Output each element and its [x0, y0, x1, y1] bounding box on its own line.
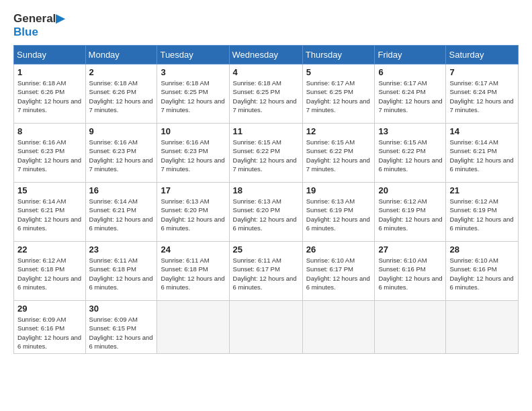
calendar-table: SundayMondayTuesdayWednesdayThursdayFrid…	[13, 45, 519, 354]
day-info: Sunrise: 6:10 AM Sunset: 6:16 PM Dayligh…	[449, 256, 515, 291]
day-number: 20	[378, 185, 442, 195]
logo-text: General▶ Blue	[13, 12, 64, 38]
day-number: 28	[449, 244, 515, 255]
calendar-cell	[446, 301, 519, 354]
day-number: 15	[17, 185, 82, 195]
day-number: 26	[306, 244, 371, 255]
calendar-cell: 27 Sunrise: 6:10 AM Sunset: 6:16 PM Dayl…	[375, 242, 446, 301]
col-header-saturday: Saturday	[446, 46, 519, 64]
calendar-cell: 10 Sunrise: 6:16 AM Sunset: 6:23 PM Dayl…	[157, 124, 229, 183]
day-info: Sunrise: 6:11 AM Sunset: 6:17 PM Dayligh…	[233, 256, 299, 291]
day-number: 13	[378, 126, 442, 136]
col-header-friday: Friday	[375, 46, 446, 64]
calendar-cell: 6 Sunrise: 6:17 AM Sunset: 6:24 PM Dayli…	[375, 64, 446, 124]
calendar-cell: 12 Sunrise: 6:15 AM Sunset: 6:22 PM Dayl…	[302, 124, 375, 183]
day-number: 12	[306, 126, 371, 136]
day-info: Sunrise: 6:15 AM Sunset: 6:22 PM Dayligh…	[306, 138, 371, 173]
day-info: Sunrise: 6:11 AM Sunset: 6:18 PM Dayligh…	[89, 256, 154, 291]
calendar-cell	[375, 301, 446, 354]
day-info: Sunrise: 6:10 AM Sunset: 6:16 PM Dayligh…	[378, 256, 442, 291]
logo: General▶ Blue	[13, 12, 64, 38]
calendar-cell: 14 Sunrise: 6:14 AM Sunset: 6:21 PM Dayl…	[446, 124, 519, 183]
week-row-3: 15 Sunrise: 6:14 AM Sunset: 6:21 PM Dayl…	[14, 183, 519, 242]
calendar-cell: 16 Sunrise: 6:14 AM Sunset: 6:21 PM Dayl…	[85, 183, 157, 242]
page: General▶ Blue SundayMondayTuesdayWednesd…	[0, 0, 532, 411]
day-info: Sunrise: 6:13 AM Sunset: 6:20 PM Dayligh…	[233, 197, 299, 232]
day-info: Sunrise: 6:16 AM Sunset: 6:23 PM Dayligh…	[89, 138, 154, 173]
header: General▶ Blue	[13, 12, 519, 38]
calendar-cell: 8 Sunrise: 6:16 AM Sunset: 6:23 PM Dayli…	[14, 124, 86, 183]
day-info: Sunrise: 6:17 AM Sunset: 6:24 PM Dayligh…	[378, 79, 442, 114]
calendar-cell: 4 Sunrise: 6:18 AM Sunset: 6:25 PM Dayli…	[229, 64, 302, 124]
col-header-wednesday: Wednesday	[229, 46, 302, 64]
day-info: Sunrise: 6:09 AM Sunset: 6:15 PM Dayligh…	[89, 315, 154, 351]
calendar-cell: 24 Sunrise: 6:11 AM Sunset: 6:18 PM Dayl…	[157, 242, 229, 301]
day-info: Sunrise: 6:09 AM Sunset: 6:16 PM Dayligh…	[17, 315, 82, 351]
calendar-header-row: SundayMondayTuesdayWednesdayThursdayFrid…	[14, 46, 519, 64]
week-row-2: 8 Sunrise: 6:16 AM Sunset: 6:23 PM Dayli…	[14, 124, 519, 183]
calendar-cell: 9 Sunrise: 6:16 AM Sunset: 6:23 PM Dayli…	[85, 124, 157, 183]
calendar-cell: 19 Sunrise: 6:13 AM Sunset: 6:19 PM Dayl…	[302, 183, 375, 242]
day-info: Sunrise: 6:10 AM Sunset: 6:17 PM Dayligh…	[306, 256, 371, 291]
col-header-tuesday: Tuesday	[157, 46, 229, 64]
day-info: Sunrise: 6:16 AM Sunset: 6:23 PM Dayligh…	[17, 138, 82, 173]
day-info: Sunrise: 6:12 AM Sunset: 6:19 PM Dayligh…	[449, 197, 515, 232]
day-info: Sunrise: 6:17 AM Sunset: 6:24 PM Dayligh…	[449, 79, 515, 114]
day-info: Sunrise: 6:18 AM Sunset: 6:25 PM Dayligh…	[161, 79, 225, 114]
day-number: 17	[161, 185, 225, 195]
day-info: Sunrise: 6:11 AM Sunset: 6:18 PM Dayligh…	[161, 256, 225, 291]
day-number: 22	[17, 244, 82, 255]
calendar-cell: 26 Sunrise: 6:10 AM Sunset: 6:17 PM Dayl…	[302, 242, 375, 301]
day-info: Sunrise: 6:16 AM Sunset: 6:23 PM Dayligh…	[161, 138, 225, 173]
col-header-thursday: Thursday	[302, 46, 375, 64]
day-number: 4	[233, 67, 299, 77]
calendar-cell: 15 Sunrise: 6:14 AM Sunset: 6:21 PM Dayl…	[14, 183, 86, 242]
day-info: Sunrise: 6:12 AM Sunset: 6:18 PM Dayligh…	[17, 256, 82, 291]
calendar-cell: 28 Sunrise: 6:10 AM Sunset: 6:16 PM Dayl…	[446, 242, 519, 301]
calendar-cell: 2 Sunrise: 6:18 AM Sunset: 6:26 PM Dayli…	[85, 64, 157, 124]
calendar-cell: 17 Sunrise: 6:13 AM Sunset: 6:20 PM Dayl…	[157, 183, 229, 242]
day-number: 21	[449, 185, 515, 195]
day-number: 24	[161, 244, 225, 255]
day-number: 9	[89, 126, 154, 136]
calendar-cell: 20 Sunrise: 6:12 AM Sunset: 6:19 PM Dayl…	[375, 183, 446, 242]
day-info: Sunrise: 6:15 AM Sunset: 6:22 PM Dayligh…	[378, 138, 442, 173]
calendar-cell: 30 Sunrise: 6:09 AM Sunset: 6:15 PM Dayl…	[85, 301, 157, 354]
calendar-cell: 1 Sunrise: 6:18 AM Sunset: 6:26 PM Dayli…	[14, 64, 86, 124]
day-number: 30	[89, 304, 154, 314]
day-number: 8	[17, 126, 82, 136]
day-info: Sunrise: 6:14 AM Sunset: 6:21 PM Dayligh…	[17, 197, 82, 232]
day-number: 16	[89, 185, 154, 195]
calendar-cell: 7 Sunrise: 6:17 AM Sunset: 6:24 PM Dayli…	[446, 64, 519, 124]
day-number: 10	[161, 126, 225, 136]
day-info: Sunrise: 6:18 AM Sunset: 6:26 PM Dayligh…	[17, 79, 82, 114]
day-number: 11	[233, 126, 299, 136]
day-info: Sunrise: 6:13 AM Sunset: 6:20 PM Dayligh…	[161, 197, 225, 232]
day-number: 25	[233, 244, 299, 255]
day-info: Sunrise: 6:18 AM Sunset: 6:25 PM Dayligh…	[233, 79, 299, 114]
calendar-cell	[302, 301, 375, 354]
day-number: 27	[378, 244, 442, 255]
day-number: 18	[233, 185, 299, 195]
calendar-cell: 5 Sunrise: 6:17 AM Sunset: 6:25 PM Dayli…	[302, 64, 375, 124]
day-info: Sunrise: 6:18 AM Sunset: 6:26 PM Dayligh…	[89, 79, 154, 114]
day-number: 3	[161, 67, 225, 77]
day-info: Sunrise: 6:17 AM Sunset: 6:25 PM Dayligh…	[306, 79, 371, 114]
week-row-1: 1 Sunrise: 6:18 AM Sunset: 6:26 PM Dayli…	[14, 64, 519, 124]
day-number: 14	[449, 126, 515, 136]
day-info: Sunrise: 6:13 AM Sunset: 6:19 PM Dayligh…	[306, 197, 371, 232]
day-info: Sunrise: 6:14 AM Sunset: 6:21 PM Dayligh…	[89, 197, 154, 232]
col-header-monday: Monday	[85, 46, 157, 64]
calendar-cell: 21 Sunrise: 6:12 AM Sunset: 6:19 PM Dayl…	[446, 183, 519, 242]
calendar-cell: 13 Sunrise: 6:15 AM Sunset: 6:22 PM Dayl…	[375, 124, 446, 183]
calendar-cell: 29 Sunrise: 6:09 AM Sunset: 6:16 PM Dayl…	[14, 301, 86, 354]
calendar-cell: 18 Sunrise: 6:13 AM Sunset: 6:20 PM Dayl…	[229, 183, 302, 242]
day-info: Sunrise: 6:14 AM Sunset: 6:21 PM Dayligh…	[449, 138, 515, 173]
calendar-cell	[229, 301, 302, 354]
day-number: 7	[449, 67, 515, 77]
day-number: 23	[89, 244, 154, 255]
calendar-cell: 23 Sunrise: 6:11 AM Sunset: 6:18 PM Dayl…	[85, 242, 157, 301]
day-info: Sunrise: 6:12 AM Sunset: 6:19 PM Dayligh…	[378, 197, 442, 232]
day-number: 29	[17, 304, 82, 314]
calendar-cell	[157, 301, 229, 354]
